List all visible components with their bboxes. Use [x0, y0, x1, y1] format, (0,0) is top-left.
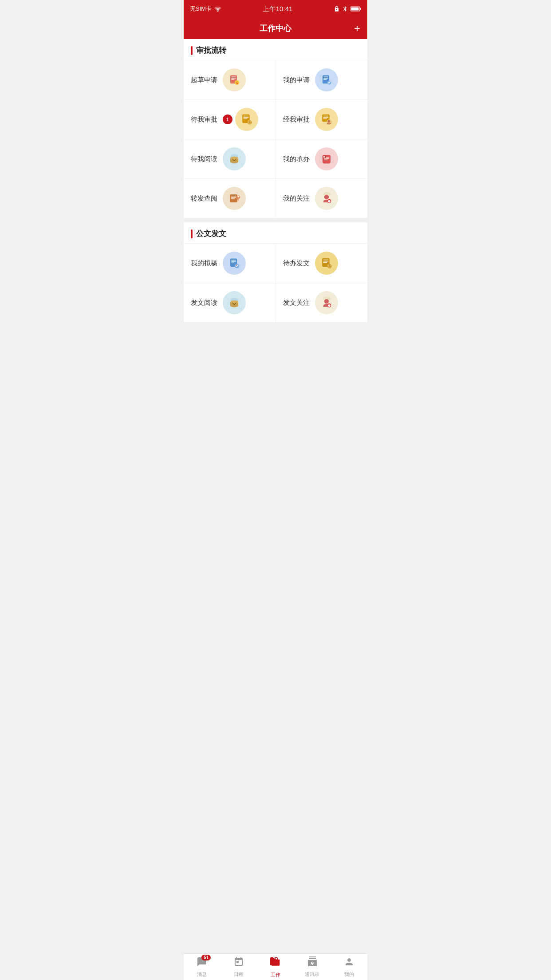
my-chengban-label: 我的承办 [283, 155, 310, 163]
approval-row-2: 待我审批 1 [184, 99, 367, 139]
lock-icon [334, 6, 340, 12]
pending-send-label: 待办发文 [283, 259, 310, 268]
draft-apply-label: 起草申请 [191, 76, 217, 84]
wifi-icon [214, 6, 221, 12]
approved-by-me-icon [315, 108, 338, 131]
draft-apply-icon [223, 68, 246, 91]
my-draft-icon [223, 252, 246, 275]
approval-section-title: 审批流转 [196, 45, 226, 55]
svg-rect-39 [231, 196, 236, 197]
doc-row-1: 我的拟稿 待办发文 [184, 243, 367, 283]
svg-rect-41 [231, 198, 235, 199]
svg-rect-17 [244, 116, 249, 117]
status-right [334, 6, 361, 12]
svg-rect-12 [323, 77, 328, 78]
official-doc-section-header: 公文发文 [184, 222, 367, 243]
my-draft-label: 我的拟稿 [191, 259, 217, 268]
approved-by-me-item[interactable]: 经我审批 [276, 100, 368, 139]
svg-rect-5 [231, 77, 236, 78]
my-draft-item[interactable]: 我的拟稿 [184, 244, 276, 283]
doc-follow-icon [315, 291, 338, 314]
pending-approval-item[interactable]: 待我审批 1 [184, 100, 276, 139]
my-chengban-icon [315, 147, 338, 170]
official-doc-section: 公文发文 我的拟稿 [184, 222, 367, 322]
svg-rect-23 [323, 116, 328, 117]
official-doc-menu-grid: 我的拟稿 待办发文 [184, 243, 367, 322]
svg-point-27 [327, 120, 330, 123]
svg-rect-36 [323, 156, 325, 157]
status-time: 上午10:41 [263, 5, 293, 13]
svg-rect-37 [323, 157, 325, 158]
status-bar: 无SIM卡 上午10:41 [184, 0, 367, 18]
svg-rect-24 [323, 117, 328, 118]
pending-read-label: 待我阅读 [191, 155, 217, 163]
my-chengban-item[interactable]: 我的承办 [276, 139, 368, 178]
draft-apply-item[interactable]: 起草申请 [184, 60, 276, 99]
add-button[interactable]: + [354, 22, 360, 35]
doc-follow-item[interactable]: 发文关注 [276, 283, 368, 322]
svg-rect-18 [244, 117, 249, 118]
doc-read-item[interactable]: 发文阅读 [184, 283, 276, 322]
pending-approval-badge: 1 [223, 115, 232, 124]
forward-read-label: 转发查阅 [191, 194, 217, 203]
svg-point-51 [236, 265, 237, 265]
doc-follow-label: 发文关注 [283, 299, 310, 307]
svg-rect-13 [323, 78, 328, 79]
svg-rect-53 [323, 260, 328, 261]
doc-row-2: 发文阅读 发文关注 [184, 283, 367, 322]
my-follow-item[interactable]: 我的关注 [276, 179, 368, 218]
svg-rect-40 [231, 197, 236, 198]
svg-point-31 [230, 157, 238, 160]
header: 工作中心 + [184, 18, 367, 39]
svg-rect-34 [324, 160, 328, 161]
pending-read-item[interactable]: 待我阅读 [184, 139, 276, 178]
approval-section: 审批流转 起草申请 [184, 39, 367, 218]
svg-rect-19 [244, 119, 248, 119]
svg-rect-25 [323, 119, 327, 119]
svg-rect-33 [324, 158, 329, 159]
bluetooth-icon [342, 6, 348, 12]
my-follow-label: 我的关注 [283, 194, 310, 203]
content: 审批流转 起草申请 [184, 39, 367, 358]
sim-status: 无SIM卡 [190, 5, 212, 13]
doc-read-label: 发文阅读 [191, 299, 217, 307]
svg-rect-7 [231, 79, 235, 80]
section-bar [191, 46, 193, 55]
approval-menu-grid: 起草申请 [184, 60, 367, 218]
my-apply-icon [315, 68, 338, 91]
pending-approval-label: 待我审批 [191, 115, 217, 124]
svg-point-59 [230, 300, 238, 304]
svg-point-0 [217, 11, 219, 12]
svg-rect-49 [231, 263, 235, 264]
battery-icon [350, 6, 361, 12]
svg-rect-54 [323, 261, 328, 262]
svg-point-61 [324, 299, 329, 304]
status-left: 无SIM卡 [190, 5, 221, 13]
my-apply-item[interactable]: 我的申请 [276, 60, 368, 99]
section-bar-2 [191, 229, 193, 238]
approved-by-me-label: 经我审批 [283, 115, 310, 124]
official-doc-section-title: 公文发文 [196, 229, 226, 239]
approval-row-1: 起草申请 [184, 60, 367, 99]
approval-section-header: 审批流转 [184, 39, 367, 60]
svg-point-44 [324, 195, 329, 200]
svg-rect-2 [360, 8, 361, 10]
forward-read-icon [223, 187, 246, 210]
svg-rect-14 [323, 79, 327, 80]
approval-row-3: 待我阅读 我的承办 [184, 139, 367, 178]
svg-rect-6 [231, 78, 236, 79]
svg-rect-47 [231, 260, 236, 261]
pending-approval-icon [235, 108, 258, 131]
svg-rect-48 [231, 261, 236, 262]
forward-read-item[interactable]: 转发查阅 [184, 179, 276, 218]
svg-rect-55 [323, 262, 327, 263]
doc-read-icon [223, 291, 246, 314]
approval-row-4: 转发查阅 我的关注 [184, 178, 367, 218]
pending-read-icon [223, 147, 246, 170]
my-apply-label: 我的申请 [283, 76, 310, 84]
my-follow-icon [315, 187, 338, 210]
svg-rect-3 [351, 8, 358, 11]
pending-send-item[interactable]: 待办发文 [276, 244, 368, 283]
svg-rect-35 [323, 156, 326, 158]
header-title: 工作中心 [260, 23, 291, 34]
